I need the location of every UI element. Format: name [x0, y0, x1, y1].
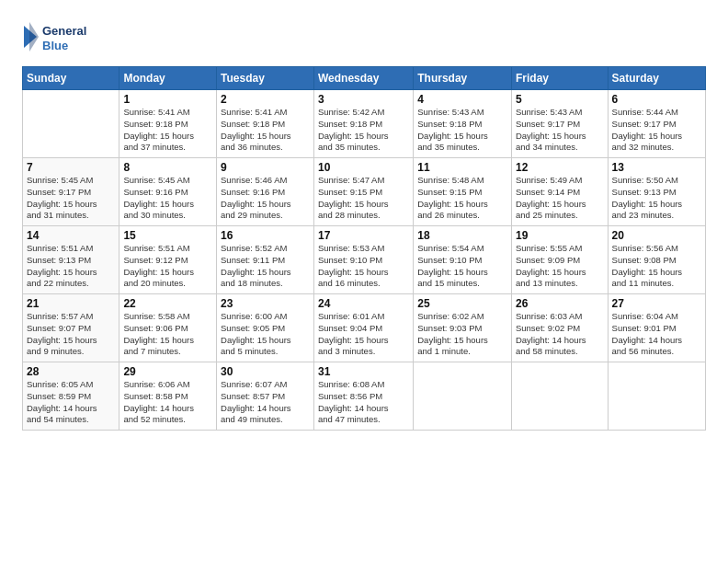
svg-marker-3: [29, 22, 39, 52]
day-number: 5: [516, 93, 604, 106]
week-row-1: 1Sunrise: 5:41 AM Sunset: 9:18 PM Daylig…: [23, 90, 706, 158]
day-number: 4: [417, 93, 507, 106]
day-info: Sunrise: 6:01 AM Sunset: 9:04 PM Dayligh…: [318, 311, 409, 358]
day-number: 20: [612, 229, 701, 242]
day-cell: 1Sunrise: 5:41 AM Sunset: 9:18 PM Daylig…: [119, 90, 217, 158]
day-info: Sunrise: 5:57 AM Sunset: 9:07 PM Dayligh…: [27, 311, 115, 358]
day-cell: 4Sunrise: 5:43 AM Sunset: 9:18 PM Daylig…: [414, 90, 512, 158]
day-number: 28: [27, 365, 115, 378]
day-cell: 13Sunrise: 5:50 AM Sunset: 9:13 PM Dayli…: [608, 158, 705, 226]
day-cell: 29Sunrise: 6:06 AM Sunset: 8:58 PM Dayli…: [119, 362, 217, 431]
day-cell: 7Sunrise: 5:45 AM Sunset: 9:17 PM Daylig…: [23, 158, 119, 226]
day-cell: 8Sunrise: 5:45 AM Sunset: 9:16 PM Daylig…: [119, 158, 217, 226]
day-number: 9: [221, 161, 310, 174]
day-info: Sunrise: 6:08 AM Sunset: 8:56 PM Dayligh…: [318, 379, 409, 426]
day-info: Sunrise: 5:55 AM Sunset: 9:09 PM Dayligh…: [516, 243, 604, 290]
day-info: Sunrise: 5:46 AM Sunset: 9:16 PM Dayligh…: [221, 175, 310, 222]
day-number: 8: [123, 161, 212, 174]
day-info: Sunrise: 5:43 AM Sunset: 9:18 PM Dayligh…: [417, 107, 507, 154]
day-info: Sunrise: 5:41 AM Sunset: 9:18 PM Dayligh…: [123, 107, 212, 154]
day-cell: 26Sunrise: 6:03 AM Sunset: 9:02 PM Dayli…: [511, 294, 608, 362]
day-number: 24: [318, 297, 409, 310]
day-info: Sunrise: 5:45 AM Sunset: 9:16 PM Dayligh…: [123, 175, 212, 222]
day-info: Sunrise: 6:00 AM Sunset: 9:05 PM Dayligh…: [221, 311, 310, 358]
day-number: 22: [123, 297, 212, 310]
day-cell: 21Sunrise: 5:57 AM Sunset: 9:07 PM Dayli…: [23, 294, 119, 362]
col-header-monday: Monday: [119, 67, 217, 90]
day-info: Sunrise: 6:07 AM Sunset: 8:57 PM Dayligh…: [221, 379, 310, 426]
day-cell: [511, 362, 608, 431]
svg-text:Blue: Blue: [42, 39, 68, 52]
day-info: Sunrise: 6:04 AM Sunset: 9:01 PM Dayligh…: [612, 311, 701, 358]
day-number: 14: [27, 229, 115, 242]
week-row-5: 28Sunrise: 6:05 AM Sunset: 8:59 PM Dayli…: [23, 362, 706, 431]
day-info: Sunrise: 5:43 AM Sunset: 9:17 PM Dayligh…: [516, 107, 604, 154]
week-row-2: 7Sunrise: 5:45 AM Sunset: 9:17 PM Daylig…: [23, 158, 706, 226]
col-header-friday: Friday: [511, 67, 608, 90]
col-header-tuesday: Tuesday: [217, 67, 314, 90]
week-row-3: 14Sunrise: 5:51 AM Sunset: 9:13 PM Dayli…: [23, 226, 706, 294]
day-cell: 5Sunrise: 5:43 AM Sunset: 9:17 PM Daylig…: [511, 90, 608, 158]
day-cell: 18Sunrise: 5:54 AM Sunset: 9:10 PM Dayli…: [414, 226, 512, 294]
day-info: Sunrise: 5:56 AM Sunset: 9:08 PM Dayligh…: [612, 243, 701, 290]
day-cell: 17Sunrise: 5:53 AM Sunset: 9:10 PM Dayli…: [313, 226, 413, 294]
day-cell: [608, 362, 705, 431]
day-info: Sunrise: 6:06 AM Sunset: 8:58 PM Dayligh…: [123, 379, 212, 426]
day-info: Sunrise: 5:53 AM Sunset: 9:10 PM Dayligh…: [318, 243, 409, 290]
day-cell: 11Sunrise: 5:48 AM Sunset: 9:15 PM Dayli…: [414, 158, 512, 226]
day-info: Sunrise: 5:54 AM Sunset: 9:10 PM Dayligh…: [417, 243, 507, 290]
day-info: Sunrise: 6:05 AM Sunset: 8:59 PM Dayligh…: [27, 379, 115, 426]
week-row-4: 21Sunrise: 5:57 AM Sunset: 9:07 PM Dayli…: [23, 294, 706, 362]
day-number: 7: [27, 161, 115, 174]
header-row: SundayMondayTuesdayWednesdayThursdayFrid…: [23, 67, 706, 90]
day-number: 26: [516, 297, 604, 310]
day-cell: 10Sunrise: 5:47 AM Sunset: 9:15 PM Dayli…: [313, 158, 413, 226]
day-info: Sunrise: 5:47 AM Sunset: 9:15 PM Dayligh…: [318, 175, 409, 222]
day-info: Sunrise: 5:51 AM Sunset: 9:12 PM Dayligh…: [123, 243, 212, 290]
day-cell: 30Sunrise: 6:07 AM Sunset: 8:57 PM Dayli…: [217, 362, 314, 431]
day-number: 19: [516, 229, 604, 242]
day-info: Sunrise: 5:58 AM Sunset: 9:06 PM Dayligh…: [123, 311, 212, 358]
day-cell: [23, 90, 119, 158]
logo: General Blue: [22, 18, 86, 57]
day-cell: 24Sunrise: 6:01 AM Sunset: 9:04 PM Dayli…: [313, 294, 413, 362]
day-info: Sunrise: 5:52 AM Sunset: 9:11 PM Dayligh…: [221, 243, 310, 290]
day-cell: 19Sunrise: 5:55 AM Sunset: 9:09 PM Dayli…: [511, 226, 608, 294]
day-number: 2: [221, 93, 310, 106]
day-info: Sunrise: 5:48 AM Sunset: 9:15 PM Dayligh…: [417, 175, 507, 222]
col-header-wednesday: Wednesday: [313, 67, 413, 90]
day-info: Sunrise: 5:50 AM Sunset: 9:13 PM Dayligh…: [612, 175, 701, 222]
day-cell: 31Sunrise: 6:08 AM Sunset: 8:56 PM Dayli…: [313, 362, 413, 431]
day-number: 17: [318, 229, 409, 242]
day-number: 18: [417, 229, 507, 242]
day-info: Sunrise: 5:44 AM Sunset: 9:17 PM Dayligh…: [612, 107, 701, 154]
day-number: 23: [221, 297, 310, 310]
day-cell: 6Sunrise: 5:44 AM Sunset: 9:17 PM Daylig…: [608, 90, 705, 158]
day-cell: 22Sunrise: 5:58 AM Sunset: 9:06 PM Dayli…: [119, 294, 217, 362]
day-number: 13: [612, 161, 701, 174]
page: General Blue SundayMondayTuesdayWednesda…: [0, 0, 728, 445]
day-number: 30: [221, 365, 310, 378]
day-number: 21: [27, 297, 115, 310]
day-number: 1: [123, 93, 212, 106]
day-cell: 23Sunrise: 6:00 AM Sunset: 9:05 PM Dayli…: [217, 294, 314, 362]
day-cell: 14Sunrise: 5:51 AM Sunset: 9:13 PM Dayli…: [23, 226, 119, 294]
day-info: Sunrise: 5:45 AM Sunset: 9:17 PM Dayligh…: [27, 175, 115, 222]
day-cell: 20Sunrise: 5:56 AM Sunset: 9:08 PM Dayli…: [608, 226, 705, 294]
calendar-table: SundayMondayTuesdayWednesdayThursdayFrid…: [22, 66, 706, 431]
col-header-saturday: Saturday: [608, 67, 705, 90]
day-cell: 16Sunrise: 5:52 AM Sunset: 9:11 PM Dayli…: [217, 226, 314, 294]
day-number: 12: [516, 161, 604, 174]
day-number: 25: [417, 297, 507, 310]
day-number: 6: [612, 93, 701, 106]
day-cell: 9Sunrise: 5:46 AM Sunset: 9:16 PM Daylig…: [217, 158, 314, 226]
day-number: 11: [417, 161, 507, 174]
day-number: 10: [318, 161, 409, 174]
day-cell: [414, 362, 512, 431]
day-cell: 27Sunrise: 6:04 AM Sunset: 9:01 PM Dayli…: [608, 294, 705, 362]
day-number: 31: [318, 365, 409, 378]
day-number: 3: [318, 93, 409, 106]
day-info: Sunrise: 5:49 AM Sunset: 9:14 PM Dayligh…: [516, 175, 604, 222]
day-info: Sunrise: 5:41 AM Sunset: 9:18 PM Dayligh…: [221, 107, 310, 154]
day-number: 27: [612, 297, 701, 310]
